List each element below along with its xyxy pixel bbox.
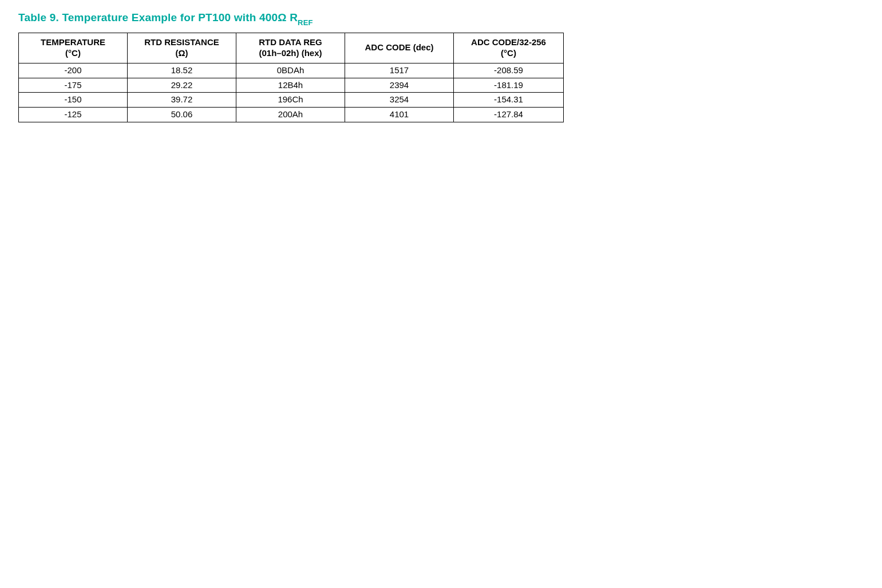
cell-reg: 0BDAh	[236, 63, 345, 78]
cell-temp: -200	[19, 63, 128, 78]
header-line: RTD RESISTANCE	[144, 37, 219, 47]
header-line: RTD DATA REG	[259, 37, 322, 47]
table-row: -125 50.06 200Ah 4101 -127.84	[19, 108, 564, 122]
cell-reg: 196Ch	[236, 93, 345, 108]
header-rtd-data-reg: RTD DATA REG (01h–02h) (hex)	[236, 33, 345, 63]
cell-res: 29.22	[128, 78, 236, 93]
header-line: (01h–02h) (hex)	[259, 48, 322, 58]
cell-reg: 12B4h	[236, 78, 345, 93]
cell-calc: -181.19	[454, 78, 564, 93]
cell-calc: -154.31	[454, 93, 564, 108]
cell-adc: 2394	[345, 78, 454, 93]
cell-adc: 4101	[345, 108, 454, 122]
cell-calc: -208.59	[454, 63, 564, 78]
table-row: -175 29.22 12B4h 2394 -181.19	[19, 78, 564, 93]
table-header-row: TEMPERATURE (°C) RTD RESISTANCE (Ω) RTD …	[19, 33, 564, 63]
header-adc-code: ADC CODE (dec)	[345, 33, 454, 63]
cell-temp: -175	[19, 78, 128, 93]
table-title-text: Table 9. Temperature Example for PT100 w…	[18, 11, 298, 23]
table-row: -200 18.52 0BDAh 1517 -208.59	[19, 63, 564, 78]
header-temperature: TEMPERATURE (°C)	[19, 33, 128, 63]
temperature-table: TEMPERATURE (°C) RTD RESISTANCE (Ω) RTD …	[18, 33, 564, 122]
table-row: -150 39.72 196Ch 3254 -154.31	[19, 93, 564, 108]
table-title: Table 9. Temperature Example for PT100 w…	[18, 11, 864, 26]
cell-res: 50.06	[128, 108, 236, 122]
header-line: TEMPERATURE	[41, 37, 105, 47]
header-line: (Ω)	[175, 48, 188, 58]
header-line: ADC CODE/32-256	[471, 37, 546, 47]
cell-reg: 200Ah	[236, 108, 345, 122]
cell-temp: -150	[19, 93, 128, 108]
header-line: (°C)	[65, 48, 81, 58]
cell-adc: 3254	[345, 93, 454, 108]
cell-res: 39.72	[128, 93, 236, 108]
header-adc-code-calc: ADC CODE/32-256 (°C)	[454, 33, 564, 63]
table-body: -200 18.52 0BDAh 1517 -208.59 -175 29.22…	[19, 63, 564, 122]
header-rtd-resistance: RTD RESISTANCE (Ω)	[128, 33, 236, 63]
header-line: (°C)	[501, 48, 516, 58]
cell-temp: -125	[19, 108, 128, 122]
cell-res: 18.52	[128, 63, 236, 78]
header-line: ADC CODE (dec)	[365, 42, 433, 52]
cell-adc: 1517	[345, 63, 454, 78]
table-title-subscript: REF	[298, 18, 313, 27]
cell-calc: -127.84	[454, 108, 564, 122]
